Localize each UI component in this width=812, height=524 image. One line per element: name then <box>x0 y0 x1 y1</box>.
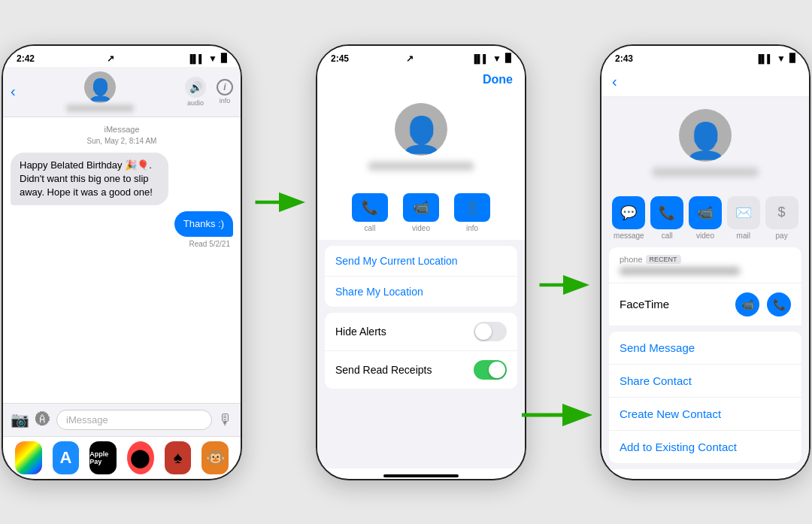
recent-badge: RECENT <box>646 255 681 264</box>
dock-icon6[interactable]: 🐵 <box>201 441 229 474</box>
done-button[interactable]: Done <box>483 73 513 86</box>
info-label-1: info <box>220 97 231 104</box>
send-location-row[interactable]: Send My Current Location <box>325 246 517 277</box>
status-bar-3: 2:43 ▐▌▌ ▼ ▉ <box>601 46 809 67</box>
audio-button[interactable]: 🔊 audio <box>185 77 206 107</box>
message-action-label: message <box>614 232 644 240</box>
battery-1: ▉ <box>221 53 227 63</box>
call-action[interactable]: 📞 call <box>347 193 392 232</box>
location-icon-2: ↗ <box>406 53 414 64</box>
status-right-2: ▐▌▌ ▼ ▉ <box>471 53 511 64</box>
back-button-1[interactable]: ‹ <box>11 83 16 100</box>
time-2: 2:45 <box>331 53 349 64</box>
audio-icon: 🔊 <box>185 77 206 98</box>
phone-1: 2:42 ↗ ▐▌▌ ▼ ▉ ‹ 👤 🔊 audio <box>2 44 242 480</box>
facetime-row: FaceTime 📹 📞 <box>609 283 801 326</box>
sent-bubble: Thanks :) <box>174 211 233 237</box>
phone-row: phone RECENT <box>609 247 801 283</box>
call-action-label: call <box>364 224 375 232</box>
dock-photos[interactable] <box>15 441 42 474</box>
hide-alerts-label: Hide Alerts <box>335 326 386 338</box>
share-contact-link[interactable]: Share Contact <box>609 365 801 398</box>
contact-detail-body: 👤 💬 message 📞 call 📹 video <box>601 97 809 473</box>
info-action-icon: 👤 <box>454 193 490 222</box>
pay-action-icon: $ <box>765 196 798 229</box>
contact-name-blur-1 <box>66 104 134 112</box>
mail-action[interactable]: ✉️ mail <box>726 196 760 240</box>
appstore-icon[interactable]: 🅐 <box>35 411 50 429</box>
pay-action[interactable]: $ pay <box>765 196 798 240</box>
imessage-service-label: iMessage <box>11 125 233 134</box>
video-action[interactable]: 📹 video <box>398 193 444 232</box>
arrow-1 <box>253 187 305 217</box>
phone-label: phone RECENT <box>620 255 791 264</box>
pay-action-label: pay <box>776 232 788 240</box>
read-label: Read 5/2/21 <box>11 240 230 248</box>
dock-applepay[interactable]: Apple Pay <box>89 441 117 474</box>
messages-area: iMessage Sun, May 2, 8:14 AM Happy Belat… <box>3 117 241 403</box>
contact-info-header: Done <box>317 67 525 92</box>
avatar-2: 👤 <box>395 103 447 156</box>
message-action[interactable]: 💬 message <box>612 196 646 240</box>
mail-action-icon: ✉️ <box>727 196 760 229</box>
call-action-3[interactable]: 📞 call <box>650 196 684 240</box>
share-location-row[interactable]: Share My Location <box>325 277 517 307</box>
add-to-existing-link[interactable]: Add to Existing Contact <box>609 431 801 463</box>
back-button-3[interactable]: ‹ <box>612 73 617 90</box>
wifi-2: ▼ <box>492 53 501 64</box>
dock-icon5[interactable]: ♠ <box>165 441 192 474</box>
facetime-phone-icon[interactable]: 📞 <box>767 292 791 317</box>
action-links-section: Send Message Share Contact Create New Co… <box>609 332 801 463</box>
phone-section: phone RECENT FaceTime 📹 📞 <box>609 247 801 326</box>
signal-2: ▐▌▌ <box>471 54 489 63</box>
status-bar-1: 2:42 ↗ ▐▌▌ ▼ ▉ <box>3 46 241 67</box>
status-right-3: ▐▌▌ ▼ ▉ <box>756 53 795 64</box>
header-center: 👤 <box>16 71 185 112</box>
video-action-3[interactable]: 📹 video <box>689 196 723 240</box>
phone-number-blur <box>620 267 740 275</box>
video-action-icon: 📹 <box>403 193 439 222</box>
wifi-3: ▼ <box>777 53 786 64</box>
contact-profile-2: 👤 <box>317 92 525 193</box>
send-read-receipts-row: Send Read Receipts <box>325 351 517 389</box>
toggles-section: Hide Alerts Send Read Receipts <box>325 313 517 389</box>
arrow-2 <box>537 270 589 300</box>
mic-icon[interactable]: 🎙 <box>218 411 233 429</box>
person-icon-3: 👤 <box>684 120 727 161</box>
info-action[interactable]: 👤 info <box>450 193 495 232</box>
info-icon-1: i <box>217 79 233 95</box>
detail-profile: 👤 <box>601 97 809 196</box>
contact-name-blur-3 <box>653 168 758 177</box>
received-bubble: Happy Belated Birthday 🎉🎈. Didn't want t… <box>11 153 168 206</box>
block-caller-link[interactable]: Block this Caller <box>609 469 801 473</box>
send-message-link[interactable]: Send Message <box>609 332 801 365</box>
detail-actions-row: 💬 message 📞 call 📹 video ✉️ mail $ <box>601 196 809 247</box>
send-read-receipts-label: Send Read Receipts <box>335 364 432 376</box>
location-section: Send My Current Location Share My Locati… <box>325 246 517 307</box>
hide-alerts-toggle[interactable] <box>474 322 507 341</box>
video-action-label-3: video <box>696 232 714 240</box>
dock-google[interactable]: ⬤ <box>127 441 154 474</box>
camera-icon[interactable]: 📷 <box>11 410 29 429</box>
time-1: 2:42 <box>17 53 35 64</box>
toggle-thumb-2 <box>489 362 505 378</box>
header-actions: 🔊 audio i info <box>185 77 233 107</box>
info-button-1[interactable]: i info <box>217 79 233 104</box>
create-new-contact-link[interactable]: Create New Contact <box>609 398 801 431</box>
phone-3: 2:43 ▐▌▌ ▼ ▉ ‹ 👤 💬 messag <box>600 44 810 480</box>
dock-appstore[interactable]: A <box>53 441 80 474</box>
video-action-icon-3: 📹 <box>689 196 722 229</box>
info-action-label: info <box>466 224 478 232</box>
person-icon-1: 👤 <box>87 77 114 102</box>
video-action-label: video <box>412 224 430 232</box>
arrow-2-container <box>537 270 589 300</box>
status-right-1: ▐▌▌ ▼ ▉ <box>187 53 227 64</box>
facetime-video-icon[interactable]: 📹 <box>735 292 759 317</box>
message-input[interactable]: iMessage <box>56 410 212 430</box>
input-bar: 📷 🅐 iMessage 🎙 <box>3 403 241 436</box>
avatar-3: 👤 <box>679 109 732 162</box>
status-bar-2: 2:45 ↗ ▐▌▌ ▼ ▉ <box>317 46 525 67</box>
send-read-receipts-toggle[interactable] <box>474 360 507 380</box>
home-indicator-2 <box>383 474 459 477</box>
audio-label: audio <box>187 99 204 107</box>
